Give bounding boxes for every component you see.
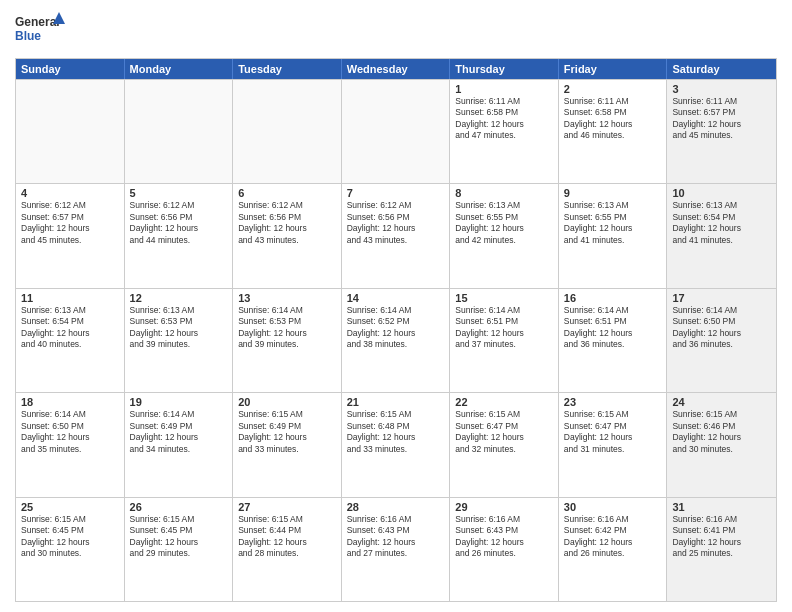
day-cell-23: 23Sunrise: 6:15 AM Sunset: 6:47 PM Dayli… [559,393,668,496]
day-number: 24 [672,396,771,408]
day-cell-10: 10Sunrise: 6:13 AM Sunset: 6:54 PM Dayli… [667,184,776,287]
day-info: Sunrise: 6:11 AM Sunset: 6:58 PM Dayligh… [564,96,662,142]
day-number: 20 [238,396,336,408]
calendar-row-2: 4Sunrise: 6:12 AM Sunset: 6:57 PM Daylig… [16,183,776,287]
day-info: Sunrise: 6:14 AM Sunset: 6:50 PM Dayligh… [672,305,771,351]
day-header-friday: Friday [559,59,668,79]
day-info: Sunrise: 6:12 AM Sunset: 6:56 PM Dayligh… [130,200,228,246]
calendar: SundayMondayTuesdayWednesdayThursdayFrid… [15,58,777,602]
day-number: 21 [347,396,445,408]
calendar-row-3: 11Sunrise: 6:13 AM Sunset: 6:54 PM Dayli… [16,288,776,392]
day-cell-5: 5Sunrise: 6:12 AM Sunset: 6:56 PM Daylig… [125,184,234,287]
day-number: 22 [455,396,553,408]
day-info: Sunrise: 6:13 AM Sunset: 6:55 PM Dayligh… [455,200,553,246]
day-cell-15: 15Sunrise: 6:14 AM Sunset: 6:51 PM Dayli… [450,289,559,392]
day-info: Sunrise: 6:14 AM Sunset: 6:51 PM Dayligh… [455,305,553,351]
day-info: Sunrise: 6:15 AM Sunset: 6:46 PM Dayligh… [672,409,771,455]
day-number: 9 [564,187,662,199]
day-cell-3: 3Sunrise: 6:11 AM Sunset: 6:57 PM Daylig… [667,80,776,183]
svg-text:Blue: Blue [15,29,41,43]
day-number: 13 [238,292,336,304]
day-cell-31: 31Sunrise: 6:16 AM Sunset: 6:41 PM Dayli… [667,498,776,601]
svg-text:General: General [15,15,60,29]
day-number: 1 [455,83,553,95]
day-cell-21: 21Sunrise: 6:15 AM Sunset: 6:48 PM Dayli… [342,393,451,496]
day-number: 29 [455,501,553,513]
day-cell-30: 30Sunrise: 6:16 AM Sunset: 6:42 PM Dayli… [559,498,668,601]
day-number: 12 [130,292,228,304]
day-info: Sunrise: 6:15 AM Sunset: 6:44 PM Dayligh… [238,514,336,560]
day-info: Sunrise: 6:13 AM Sunset: 6:54 PM Dayligh… [21,305,119,351]
empty-cell-0-2 [233,80,342,183]
day-info: Sunrise: 6:11 AM Sunset: 6:57 PM Dayligh… [672,96,771,142]
day-cell-14: 14Sunrise: 6:14 AM Sunset: 6:52 PM Dayli… [342,289,451,392]
day-info: Sunrise: 6:15 AM Sunset: 6:49 PM Dayligh… [238,409,336,455]
calendar-header: SundayMondayTuesdayWednesdayThursdayFrid… [16,59,776,79]
day-cell-19: 19Sunrise: 6:14 AM Sunset: 6:49 PM Dayli… [125,393,234,496]
day-header-monday: Monday [125,59,234,79]
day-cell-16: 16Sunrise: 6:14 AM Sunset: 6:51 PM Dayli… [559,289,668,392]
day-number: 25 [21,501,119,513]
day-number: 17 [672,292,771,304]
day-cell-2: 2Sunrise: 6:11 AM Sunset: 6:58 PM Daylig… [559,80,668,183]
day-cell-17: 17Sunrise: 6:14 AM Sunset: 6:50 PM Dayli… [667,289,776,392]
day-cell-22: 22Sunrise: 6:15 AM Sunset: 6:47 PM Dayli… [450,393,559,496]
day-number: 23 [564,396,662,408]
day-cell-8: 8Sunrise: 6:13 AM Sunset: 6:55 PM Daylig… [450,184,559,287]
day-info: Sunrise: 6:14 AM Sunset: 6:53 PM Dayligh… [238,305,336,351]
day-cell-7: 7Sunrise: 6:12 AM Sunset: 6:56 PM Daylig… [342,184,451,287]
day-number: 10 [672,187,771,199]
day-info: Sunrise: 6:15 AM Sunset: 6:45 PM Dayligh… [130,514,228,560]
day-number: 11 [21,292,119,304]
calendar-row-4: 18Sunrise: 6:14 AM Sunset: 6:50 PM Dayli… [16,392,776,496]
day-header-saturday: Saturday [667,59,776,79]
day-number: 2 [564,83,662,95]
day-info: Sunrise: 6:16 AM Sunset: 6:43 PM Dayligh… [455,514,553,560]
day-info: Sunrise: 6:14 AM Sunset: 6:52 PM Dayligh… [347,305,445,351]
empty-cell-0-1 [125,80,234,183]
day-cell-27: 27Sunrise: 6:15 AM Sunset: 6:44 PM Dayli… [233,498,342,601]
day-cell-12: 12Sunrise: 6:13 AM Sunset: 6:53 PM Dayli… [125,289,234,392]
day-cell-24: 24Sunrise: 6:15 AM Sunset: 6:46 PM Dayli… [667,393,776,496]
day-number: 27 [238,501,336,513]
day-number: 14 [347,292,445,304]
day-header-tuesday: Tuesday [233,59,342,79]
day-cell-20: 20Sunrise: 6:15 AM Sunset: 6:49 PM Dayli… [233,393,342,496]
day-info: Sunrise: 6:12 AM Sunset: 6:56 PM Dayligh… [238,200,336,246]
day-header-wednesday: Wednesday [342,59,451,79]
day-info: Sunrise: 6:16 AM Sunset: 6:42 PM Dayligh… [564,514,662,560]
day-number: 31 [672,501,771,513]
day-info: Sunrise: 6:13 AM Sunset: 6:55 PM Dayligh… [564,200,662,246]
day-number: 28 [347,501,445,513]
day-cell-26: 26Sunrise: 6:15 AM Sunset: 6:45 PM Dayli… [125,498,234,601]
day-number: 16 [564,292,662,304]
day-cell-6: 6Sunrise: 6:12 AM Sunset: 6:56 PM Daylig… [233,184,342,287]
day-info: Sunrise: 6:13 AM Sunset: 6:54 PM Dayligh… [672,200,771,246]
day-number: 18 [21,396,119,408]
day-number: 6 [238,187,336,199]
day-info: Sunrise: 6:15 AM Sunset: 6:47 PM Dayligh… [564,409,662,455]
header: General Blue [15,10,777,50]
day-info: Sunrise: 6:16 AM Sunset: 6:43 PM Dayligh… [347,514,445,560]
logo: General Blue [15,10,65,50]
day-info: Sunrise: 6:11 AM Sunset: 6:58 PM Dayligh… [455,96,553,142]
logo-svg: General Blue [15,10,65,50]
day-info: Sunrise: 6:15 AM Sunset: 6:45 PM Dayligh… [21,514,119,560]
day-number: 30 [564,501,662,513]
day-number: 5 [130,187,228,199]
day-header-thursday: Thursday [450,59,559,79]
empty-cell-0-3 [342,80,451,183]
day-cell-9: 9Sunrise: 6:13 AM Sunset: 6:55 PM Daylig… [559,184,668,287]
day-number: 19 [130,396,228,408]
empty-cell-0-0 [16,80,125,183]
day-cell-18: 18Sunrise: 6:14 AM Sunset: 6:50 PM Dayli… [16,393,125,496]
day-number: 26 [130,501,228,513]
day-info: Sunrise: 6:15 AM Sunset: 6:48 PM Dayligh… [347,409,445,455]
day-info: Sunrise: 6:14 AM Sunset: 6:51 PM Dayligh… [564,305,662,351]
day-number: 4 [21,187,119,199]
day-header-sunday: Sunday [16,59,125,79]
day-number: 7 [347,187,445,199]
day-info: Sunrise: 6:12 AM Sunset: 6:56 PM Dayligh… [347,200,445,246]
day-cell-1: 1Sunrise: 6:11 AM Sunset: 6:58 PM Daylig… [450,80,559,183]
day-info: Sunrise: 6:14 AM Sunset: 6:50 PM Dayligh… [21,409,119,455]
